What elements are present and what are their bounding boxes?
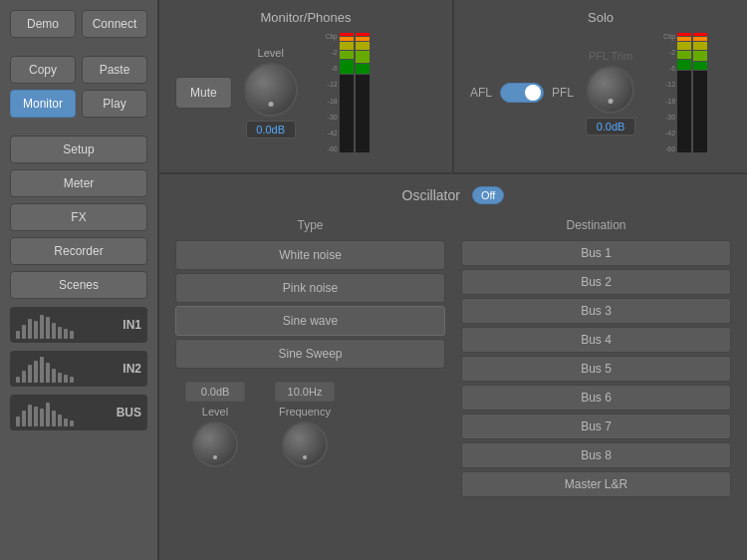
white-noise-button[interactable]: White noise <box>175 240 445 270</box>
frequency-value: 10.0Hz <box>275 382 335 402</box>
seg-empty <box>340 75 354 152</box>
seg <box>340 51 354 59</box>
knob-dot <box>609 99 614 104</box>
bar <box>70 331 74 339</box>
bar <box>64 375 68 383</box>
seg <box>356 42 370 50</box>
seg <box>677 51 691 59</box>
recorder-button[interactable]: Recorder <box>10 237 147 265</box>
bar <box>64 419 68 426</box>
frequency-knob[interactable] <box>282 421 328 467</box>
seg <box>693 62 707 70</box>
bus8-button[interactable]: Bus 8 <box>461 442 731 468</box>
input-strip-in2: IN2 <box>10 351 147 387</box>
seg <box>677 42 691 50</box>
bus-label: BUS <box>117 406 141 420</box>
play-button[interactable]: Play <box>82 90 147 118</box>
seg <box>693 42 707 50</box>
bar <box>58 327 62 339</box>
bar <box>22 411 26 426</box>
in2-label: IN2 <box>123 362 141 376</box>
level-param: 0.0dB Level <box>185 382 245 467</box>
afl-label: AFL <box>470 86 492 100</box>
seg <box>677 60 691 70</box>
m18-label: -18 <box>655 98 675 105</box>
bar <box>52 323 56 339</box>
clip-label: Clip <box>318 33 338 40</box>
bar <box>40 409 44 426</box>
bus3-button[interactable]: Bus 3 <box>461 298 731 324</box>
clip-seg <box>340 33 354 36</box>
scenes-button[interactable]: Scenes <box>10 271 147 299</box>
solo-meter: Clip -2 -6 -12 -18 -30 -42 -60 <box>655 33 707 152</box>
bar <box>46 403 50 426</box>
bus1-button[interactable]: Bus 1 <box>461 240 731 266</box>
bus5-button[interactable]: Bus 5 <box>461 356 731 382</box>
bus6-button[interactable]: Bus 6 <box>461 385 731 411</box>
sine-sweep-button[interactable]: Sine Sweep <box>175 339 445 369</box>
monitor-meter-right <box>356 33 370 152</box>
knob-sm-dot <box>303 455 307 459</box>
afl-pfl-toggle[interactable] <box>500 83 544 103</box>
monitor-button[interactable]: Monitor <box>10 90 76 118</box>
top-section: Monitor/Phones Mute Level 0.0dB Clip <box>159 0 747 174</box>
seg <box>340 60 354 74</box>
bar <box>16 417 20 426</box>
pfl-trim-knob[interactable] <box>587 66 634 114</box>
top-buttons-row: Demo Connect <box>10 10 147 38</box>
bar <box>70 420 74 426</box>
m42-label: -42 <box>318 130 338 137</box>
main-content: Monitor/Phones Mute Level 0.0dB Clip <box>159 0 747 560</box>
bar <box>34 407 38 426</box>
setup-button[interactable]: Setup <box>10 136 147 163</box>
monitor-meter-scale: Clip -2 -6 -12 -18 -30 -42 -60 <box>318 33 338 152</box>
bar <box>34 361 38 383</box>
solo-meter-left <box>677 33 691 152</box>
m60-label: -60 <box>318 145 338 152</box>
fx-button[interactable]: FX <box>10 203 147 231</box>
monitor-knob-section: Level 0.0dB <box>244 47 298 139</box>
seg <box>677 37 691 41</box>
demo-button[interactable]: Demo <box>10 10 76 38</box>
bar <box>16 331 20 339</box>
bus7-button[interactable]: Bus 7 <box>461 414 731 439</box>
paste-button[interactable]: Paste <box>82 56 147 84</box>
bar <box>28 319 32 339</box>
bus4-button[interactable]: Bus 4 <box>461 327 731 353</box>
m2-label: -2 <box>655 49 675 56</box>
monitor-controls: Mute Level 0.0dB Clip -2 -6 <box>175 33 436 152</box>
seg-empty <box>677 71 691 152</box>
level-knob[interactable] <box>192 421 238 467</box>
pink-noise-button[interactable]: Pink noise <box>175 273 445 303</box>
pfl-trim-value: 0.0dB <box>586 118 635 136</box>
type-section: Type White noise Pink noise Sine wave Si… <box>175 218 445 500</box>
seg <box>356 64 370 74</box>
meter-button[interactable]: Meter <box>10 169 147 197</box>
bar <box>52 411 56 426</box>
solo-title: Solo <box>470 10 731 25</box>
monitor-title: Monitor/Phones <box>175 10 436 25</box>
bus-bars <box>16 399 74 426</box>
connect-button[interactable]: Connect <box>82 10 147 38</box>
m6-label: -6 <box>318 65 338 72</box>
bar <box>22 325 26 339</box>
master-lr-button[interactable]: Master L&R <box>461 471 731 497</box>
osc-toggle[interactable]: Off <box>472 186 504 204</box>
bar <box>40 315 44 339</box>
bar <box>52 369 56 383</box>
sine-wave-button[interactable]: Sine wave <box>175 306 445 336</box>
clip-seg <box>693 33 707 36</box>
clip-label: Clip <box>655 33 675 40</box>
mute-button[interactable]: Mute <box>175 77 232 109</box>
monitor-level-knob[interactable] <box>244 63 298 117</box>
copy-paste-row: Copy Paste <box>10 56 147 84</box>
bar <box>28 405 32 426</box>
m6-label: -6 <box>655 65 675 72</box>
m2-label: -2 <box>318 49 338 56</box>
bus2-button[interactable]: Bus 2 <box>461 269 731 295</box>
pfl-trim-section: PFL Trim 0.0dB <box>586 50 635 136</box>
type-title: Type <box>175 218 445 232</box>
knob-dot <box>268 102 273 107</box>
bar <box>34 321 38 339</box>
copy-button[interactable]: Copy <box>10 56 76 84</box>
